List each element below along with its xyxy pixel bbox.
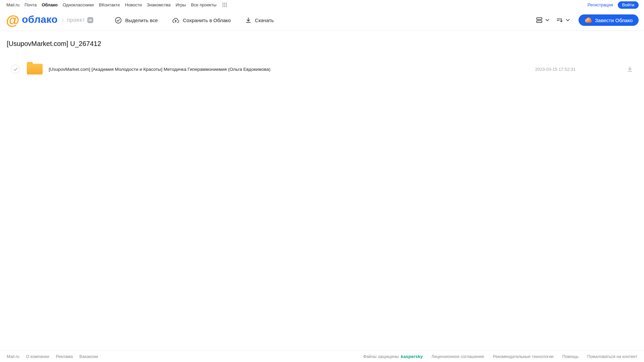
- cloud-logo[interactable]: @ облако | проект vk: [6, 14, 93, 27]
- header-right-controls: Завести Облако: [536, 14, 639, 26]
- top-navigation-bar: Mail.ru Почта Облако Одноклассники ВКонт…: [0, 0, 644, 10]
- kaspersky-prefix: Файлы защищены: [363, 354, 399, 359]
- get-cloud-label: Завести Облако: [595, 17, 633, 23]
- file-list: [UsupovMarket.com] [Академия Молодости и…: [0, 61, 644, 77]
- download-all-button[interactable]: Скачать: [244, 15, 275, 25]
- file-row[interactable]: [UsupovMarket.com] [Академия Молодости и…: [0, 61, 644, 77]
- get-cloud-button[interactable]: Завести Облако: [579, 14, 639, 26]
- footer-help-link[interactable]: Помощь: [562, 354, 578, 359]
- save-to-cloud-label: Сохранить в Облако: [183, 17, 231, 23]
- nav-novosti[interactable]: Новости: [125, 2, 142, 7]
- nav-odnoklassniki[interactable]: Одноклассники: [63, 2, 94, 7]
- file-toolbar: Выделить все Сохранить в Облако: [113, 14, 275, 26]
- sort-icon: [556, 17, 563, 23]
- portal-links: Mail.ru Почта Облако Одноклассники ВКонт…: [6, 2, 227, 7]
- cloud-upload-icon: [172, 16, 180, 24]
- nav-znakomstva[interactable]: Знакомства: [147, 2, 170, 7]
- nav-oblako[interactable]: Облако: [42, 2, 58, 7]
- footer-about-link[interactable]: О компании: [26, 354, 49, 359]
- footer-recommendations-link[interactable]: Рекомендательные технологии: [493, 354, 553, 359]
- login-button[interactable]: Войти: [618, 1, 639, 9]
- auth-area: Регистрация Войти: [588, 1, 639, 9]
- footer-mailru-link[interactable]: Mail.ru: [7, 354, 19, 359]
- download-icon: [245, 17, 252, 23]
- footer-report-content-link[interactable]: Пожаловаться на контент: [587, 354, 637, 359]
- row-download-icon[interactable]: [627, 66, 633, 72]
- select-all-button[interactable]: Выделить все: [113, 15, 159, 26]
- footer-ads-link[interactable]: Реклама: [56, 354, 72, 359]
- footer: Mail.ru О компании Реклама Вакансии Файл…: [0, 351, 644, 362]
- footer-license-link[interactable]: Лицензионное соглашение: [432, 354, 484, 359]
- logo-separator: |: [62, 17, 64, 23]
- footer-left-links: Mail.ru О компании Реклама Вакансии: [7, 354, 98, 359]
- vk-badge-icon: vk: [87, 17, 93, 23]
- folder-icon: [27, 64, 43, 74]
- logo-text: облако: [22, 14, 58, 26]
- cloud-share-page: Mail.ru Почта Облако Одноклассники ВКонт…: [0, 0, 644, 362]
- checkmark-icon: [13, 67, 18, 71]
- list-view-icon: [536, 17, 543, 23]
- header: @ облако | проект vk Выделить все: [0, 10, 644, 31]
- nav-pochta[interactable]: Почта: [24, 2, 37, 7]
- chevron-down-icon: [566, 19, 570, 21]
- main-content: [UsupovMarket.com] U_267412 [UsupovMarke…: [0, 40, 644, 77]
- download-all-label: Скачать: [255, 17, 274, 23]
- file-name[interactable]: [UsupovMarket.com] [Академия Молодости и…: [49, 67, 270, 72]
- mailru-at-icon: @: [6, 14, 19, 27]
- nav-vkontakte[interactable]: ВКонтакте: [99, 2, 120, 7]
- cloud-brand-icon: [585, 17, 592, 23]
- file-date: 2023-03-15 17:52:31: [535, 67, 576, 72]
- footer-right-links: Файлы защищены kaspersky Лицензионное со…: [363, 354, 637, 359]
- row-checkbox[interactable]: [11, 65, 20, 73]
- nav-igry[interactable]: Игры: [176, 2, 186, 7]
- footer-jobs-link[interactable]: Вакансии: [80, 354, 98, 359]
- page-title: [UsupovMarket.com] U_267412: [7, 40, 644, 48]
- save-to-cloud-button[interactable]: Сохранить в Облако: [170, 14, 232, 26]
- check-circle-icon: [115, 17, 122, 24]
- apps-grid-icon[interactable]: [222, 3, 227, 7]
- nav-mailru[interactable]: Mail.ru: [6, 2, 19, 7]
- register-link[interactable]: Регистрация: [588, 2, 613, 7]
- view-mode-control[interactable]: [536, 17, 549, 23]
- chevron-down-icon: [545, 19, 549, 21]
- project-label: проект: [67, 17, 85, 23]
- select-all-label: Выделить все: [125, 17, 158, 23]
- kaspersky-logo: kaspersky: [401, 354, 423, 359]
- nav-vse-proekty[interactable]: Все проекты: [191, 2, 216, 7]
- kaspersky-protection: Файлы защищены kaspersky: [363, 354, 423, 359]
- sort-control[interactable]: [556, 17, 570, 23]
